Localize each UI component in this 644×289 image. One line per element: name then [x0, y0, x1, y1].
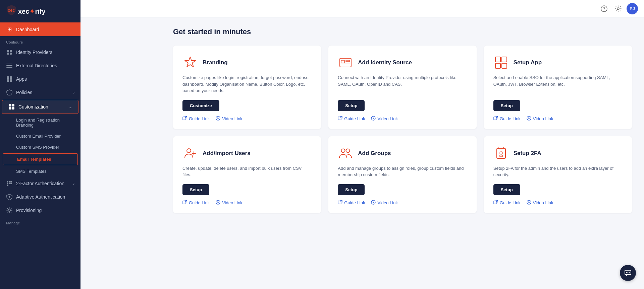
- sidebar-item-label: Identity Providers: [16, 50, 52, 55]
- svg-point-24: [8, 209, 11, 212]
- identity-source-guide-link[interactable]: Guide Link: [338, 116, 365, 122]
- svg-rect-22: [7, 185, 8, 186]
- card-title-setup-app: Setup App: [514, 59, 542, 66]
- policies-icon: [6, 89, 13, 95]
- add-groups-btn[interactable]: Setup: [338, 184, 365, 195]
- svg-rect-42: [502, 63, 507, 68]
- video-link-icon: [527, 116, 531, 122]
- sidebar-item-apps[interactable]: Apps: [0, 72, 80, 86]
- setup-app-btn[interactable]: Setup: [493, 100, 520, 111]
- sidebar-sub-sms-templates[interactable]: SMS Templates: [0, 166, 80, 177]
- apps-icon: [6, 76, 13, 82]
- svg-rect-19: [7, 183, 8, 184]
- svg-point-67: [629, 272, 630, 273]
- sidebar-item-policies[interactable]: Policies ›: [0, 86, 80, 99]
- sidebar-item-dashboard[interactable]: ⊞ Dashboard: [0, 22, 80, 36]
- add-users-btn[interactable]: Setup: [182, 184, 209, 195]
- configure-label: Configure: [0, 36, 80, 46]
- svg-rect-13: [12, 104, 14, 106]
- external-directories-icon: [6, 63, 13, 69]
- sidebar-item-provisioning[interactable]: Provisioning: [0, 204, 80, 217]
- sidebar-item-customization[interactable]: Customization ⌄: [2, 100, 78, 114]
- svg-rect-6: [6, 65, 12, 66]
- svg-marker-56: [373, 201, 375, 203]
- identity-providers-icon: [6, 49, 13, 55]
- svg-rect-9: [10, 76, 12, 79]
- video-link-icon: [216, 116, 220, 122]
- svg-point-59: [500, 152, 502, 154]
- branding-guide-link[interactable]: Guide Link: [182, 116, 210, 122]
- svg-rect-43: [494, 117, 497, 120]
- svg-rect-11: [10, 79, 12, 82]
- card-add-groups: Add Groups Add and manage groups to assi…: [328, 136, 476, 213]
- card-desc-2fa: Setup 2FA for the admin and the users to…: [493, 165, 623, 178]
- sidebar-item-2fa[interactable]: 2-Factor Authentication ›: [0, 177, 80, 190]
- branding-btn[interactable]: Customize: [182, 100, 219, 111]
- svg-rect-49: [183, 201, 186, 204]
- svg-point-66: [628, 272, 628, 273]
- card-links-users: Guide Link Video Link: [182, 200, 312, 206]
- customization-chevron: ⌄: [69, 104, 72, 109]
- sidebar-item-adaptive-auth[interactable]: Adaptive Authentication: [0, 190, 80, 204]
- video-link-icon: [371, 116, 376, 122]
- branding-video-link[interactable]: Video Link: [216, 116, 242, 122]
- users-video-link[interactable]: Video Link: [216, 200, 242, 206]
- setup-2fa-btn[interactable]: Setup: [493, 184, 520, 195]
- users-guide-link[interactable]: Guide Link: [182, 200, 210, 206]
- card-header-branding: Branding: [182, 55, 312, 70]
- svg-rect-40: [502, 57, 507, 62]
- identity-source-video-link[interactable]: Video Link: [371, 116, 397, 122]
- settings-button[interactable]: [612, 3, 624, 14]
- svg-rect-4: [10, 53, 12, 55]
- card-title-2fa: Setup 2FA: [514, 150, 541, 157]
- card-title-users: Add/Import Users: [203, 150, 251, 157]
- branding-icon: [182, 55, 198, 70]
- setup-app-icon: [493, 55, 509, 70]
- sidebar-item-label: Customization: [18, 104, 48, 110]
- card-header-groups: Add Groups: [338, 146, 467, 161]
- card-header-identity-source: Add Identity Source: [338, 55, 467, 70]
- sidebar-sub-email-templates[interactable]: Email Templates: [3, 153, 78, 165]
- card-links-identity-source: Guide Link Video Link: [338, 116, 467, 122]
- 2fa-guide-link[interactable]: Guide Link: [493, 200, 521, 206]
- topbar: ? PJ: [80, 0, 644, 17]
- svg-point-46: [187, 149, 191, 153]
- manage-label: Manage: [0, 217, 80, 226]
- external-link-icon: [338, 200, 342, 206]
- external-link-icon: [493, 116, 498, 122]
- svg-rect-12: [9, 104, 11, 106]
- sidebar-item-label: Apps: [16, 76, 27, 82]
- external-link-icon: [493, 200, 498, 206]
- sub-item-label: Custom SMS Provider: [16, 145, 59, 150]
- svg-point-65: [626, 272, 627, 273]
- sidebar-sub-custom-email-provider[interactable]: Custom Email Provider: [0, 131, 80, 142]
- chat-button[interactable]: [620, 265, 636, 281]
- setup-2fa-icon: [493, 146, 509, 161]
- svg-rect-39: [495, 57, 500, 62]
- logo-icon: xec: [6, 5, 17, 18]
- groups-video-link[interactable]: Video Link: [371, 200, 397, 206]
- sidebar-sub-login-branding[interactable]: Login and Registration Branding: [0, 115, 80, 131]
- add-groups-icon: [338, 146, 353, 161]
- sidebar-item-label: Policies: [16, 90, 32, 95]
- 2fa-chevron: ›: [73, 181, 74, 186]
- card-desc-groups: Add and manage groups to assign roles, g…: [338, 165, 467, 178]
- card-header-2fa: Setup 2FA: [493, 146, 623, 161]
- logo[interactable]: xec xec✦rify: [0, 0, 80, 22]
- sidebar-item-external-directories[interactable]: External Directories: [0, 59, 80, 72]
- sidebar-item-identity-providers[interactable]: Identity Providers: [0, 46, 80, 59]
- svg-rect-34: [341, 64, 350, 64]
- groups-guide-link[interactable]: Guide Link: [338, 200, 365, 206]
- setup-app-guide-link[interactable]: Guide Link: [493, 116, 521, 122]
- external-link-icon: [182, 116, 187, 122]
- sidebar-sub-custom-sms-provider[interactable]: Custom SMS Provider: [0, 142, 80, 153]
- identity-source-icon: [338, 55, 353, 70]
- user-avatar[interactable]: PJ: [627, 3, 638, 14]
- svg-rect-5: [6, 64, 12, 64]
- card-add-import-users: Add/Import Users Create, update, delete …: [173, 136, 321, 213]
- setup-app-video-link[interactable]: Video Link: [527, 116, 553, 122]
- card-header-users: Add/Import Users: [182, 146, 312, 161]
- 2fa-video-link[interactable]: Video Link: [527, 200, 553, 206]
- help-button[interactable]: ?: [598, 3, 610, 14]
- identity-source-btn[interactable]: Setup: [338, 100, 365, 111]
